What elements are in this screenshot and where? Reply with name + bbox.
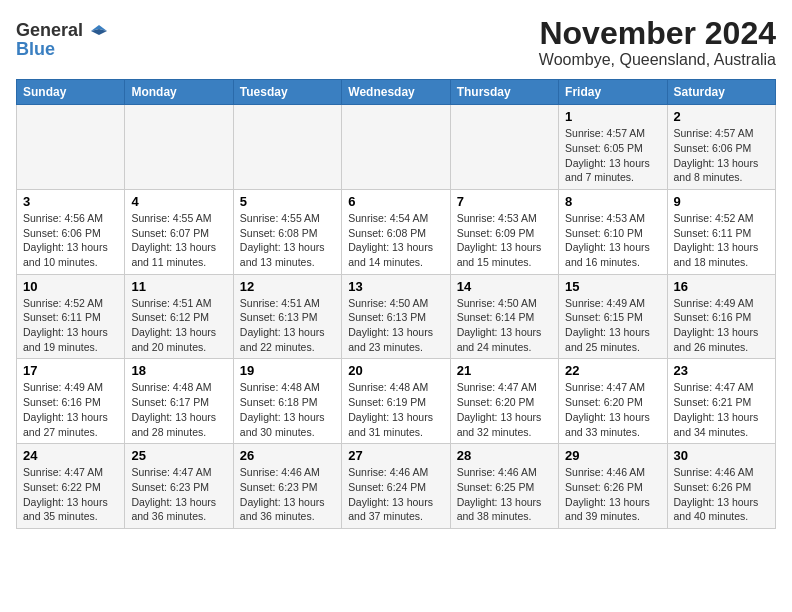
calendar-cell: 27Sunrise: 4:46 AM Sunset: 6:24 PM Dayli…: [342, 444, 450, 529]
calendar-cell: 21Sunrise: 4:47 AM Sunset: 6:20 PM Dayli…: [450, 359, 558, 444]
calendar-cell: 4Sunrise: 4:55 AM Sunset: 6:07 PM Daylig…: [125, 189, 233, 274]
logo: General Blue: [16, 16, 107, 60]
day-info: Sunrise: 4:50 AM Sunset: 6:14 PM Dayligh…: [457, 296, 552, 355]
day-number: 7: [457, 194, 552, 209]
day-info: Sunrise: 4:47 AM Sunset: 6:22 PM Dayligh…: [23, 465, 118, 524]
day-number: 13: [348, 279, 443, 294]
day-info: Sunrise: 4:55 AM Sunset: 6:07 PM Dayligh…: [131, 211, 226, 270]
day-number: 8: [565, 194, 660, 209]
calendar-cell: 17Sunrise: 4:49 AM Sunset: 6:16 PM Dayli…: [17, 359, 125, 444]
day-number: 27: [348, 448, 443, 463]
calendar-cell: 24Sunrise: 4:47 AM Sunset: 6:22 PM Dayli…: [17, 444, 125, 529]
day-number: 11: [131, 279, 226, 294]
day-number: 1: [565, 109, 660, 124]
day-number: 30: [674, 448, 769, 463]
day-number: 29: [565, 448, 660, 463]
calendar-cell: 11Sunrise: 4:51 AM Sunset: 6:12 PM Dayli…: [125, 274, 233, 359]
calendar-cell: 20Sunrise: 4:48 AM Sunset: 6:19 PM Dayli…: [342, 359, 450, 444]
weekday-header: Tuesday: [233, 80, 341, 105]
day-info: Sunrise: 4:48 AM Sunset: 6:18 PM Dayligh…: [240, 380, 335, 439]
day-info: Sunrise: 4:47 AM Sunset: 6:23 PM Dayligh…: [131, 465, 226, 524]
page-title: November 2024: [539, 16, 776, 51]
day-info: Sunrise: 4:53 AM Sunset: 6:10 PM Dayligh…: [565, 211, 660, 270]
day-number: 4: [131, 194, 226, 209]
day-info: Sunrise: 4:50 AM Sunset: 6:13 PM Dayligh…: [348, 296, 443, 355]
day-number: 18: [131, 363, 226, 378]
day-number: 14: [457, 279, 552, 294]
calendar-cell: [342, 105, 450, 190]
day-info: Sunrise: 4:46 AM Sunset: 6:24 PM Dayligh…: [348, 465, 443, 524]
day-number: 28: [457, 448, 552, 463]
logo-general-text: General: [16, 20, 83, 41]
day-info: Sunrise: 4:54 AM Sunset: 6:08 PM Dayligh…: [348, 211, 443, 270]
calendar-cell: 6Sunrise: 4:54 AM Sunset: 6:08 PM Daylig…: [342, 189, 450, 274]
header: General Blue November 2024 Woombye, Quee…: [16, 16, 776, 69]
day-number: 17: [23, 363, 118, 378]
calendar-cell: [17, 105, 125, 190]
weekday-header: Monday: [125, 80, 233, 105]
day-info: Sunrise: 4:47 AM Sunset: 6:20 PM Dayligh…: [565, 380, 660, 439]
calendar-week-row: 3Sunrise: 4:56 AM Sunset: 6:06 PM Daylig…: [17, 189, 776, 274]
calendar-cell: 19Sunrise: 4:48 AM Sunset: 6:18 PM Dayli…: [233, 359, 341, 444]
day-info: Sunrise: 4:46 AM Sunset: 6:23 PM Dayligh…: [240, 465, 335, 524]
day-info: Sunrise: 4:46 AM Sunset: 6:26 PM Dayligh…: [674, 465, 769, 524]
weekday-header: Friday: [559, 80, 667, 105]
day-number: 20: [348, 363, 443, 378]
calendar-cell: 23Sunrise: 4:47 AM Sunset: 6:21 PM Dayli…: [667, 359, 775, 444]
day-number: 15: [565, 279, 660, 294]
day-info: Sunrise: 4:51 AM Sunset: 6:12 PM Dayligh…: [131, 296, 226, 355]
day-number: 5: [240, 194, 335, 209]
logo-blue-text: Blue: [16, 39, 55, 60]
day-number: 2: [674, 109, 769, 124]
calendar-header-row: SundayMondayTuesdayWednesdayThursdayFrid…: [17, 80, 776, 105]
day-number: 16: [674, 279, 769, 294]
page-subtitle: Woombye, Queensland, Australia: [539, 51, 776, 69]
calendar-table: SundayMondayTuesdayWednesdayThursdayFrid…: [16, 79, 776, 529]
calendar-cell: 26Sunrise: 4:46 AM Sunset: 6:23 PM Dayli…: [233, 444, 341, 529]
day-info: Sunrise: 4:47 AM Sunset: 6:21 PM Dayligh…: [674, 380, 769, 439]
day-info: Sunrise: 4:49 AM Sunset: 6:15 PM Dayligh…: [565, 296, 660, 355]
calendar-cell: 30Sunrise: 4:46 AM Sunset: 6:26 PM Dayli…: [667, 444, 775, 529]
calendar-cell: 18Sunrise: 4:48 AM Sunset: 6:17 PM Dayli…: [125, 359, 233, 444]
calendar-cell: 15Sunrise: 4:49 AM Sunset: 6:15 PM Dayli…: [559, 274, 667, 359]
day-info: Sunrise: 4:47 AM Sunset: 6:20 PM Dayligh…: [457, 380, 552, 439]
day-number: 23: [674, 363, 769, 378]
calendar-cell: 10Sunrise: 4:52 AM Sunset: 6:11 PM Dayli…: [17, 274, 125, 359]
calendar-cell: 25Sunrise: 4:47 AM Sunset: 6:23 PM Dayli…: [125, 444, 233, 529]
day-number: 22: [565, 363, 660, 378]
calendar-cell: 29Sunrise: 4:46 AM Sunset: 6:26 PM Dayli…: [559, 444, 667, 529]
calendar-cell: 3Sunrise: 4:56 AM Sunset: 6:06 PM Daylig…: [17, 189, 125, 274]
day-info: Sunrise: 4:51 AM Sunset: 6:13 PM Dayligh…: [240, 296, 335, 355]
calendar-week-row: 24Sunrise: 4:47 AM Sunset: 6:22 PM Dayli…: [17, 444, 776, 529]
calendar-cell: 13Sunrise: 4:50 AM Sunset: 6:13 PM Dayli…: [342, 274, 450, 359]
day-number: 9: [674, 194, 769, 209]
day-number: 26: [240, 448, 335, 463]
day-info: Sunrise: 4:52 AM Sunset: 6:11 PM Dayligh…: [674, 211, 769, 270]
calendar-cell: [233, 105, 341, 190]
day-number: 21: [457, 363, 552, 378]
calendar-cell: 7Sunrise: 4:53 AM Sunset: 6:09 PM Daylig…: [450, 189, 558, 274]
day-info: Sunrise: 4:49 AM Sunset: 6:16 PM Dayligh…: [23, 380, 118, 439]
day-info: Sunrise: 4:49 AM Sunset: 6:16 PM Dayligh…: [674, 296, 769, 355]
logo-bird-icon: [85, 23, 107, 39]
day-info: Sunrise: 4:52 AM Sunset: 6:11 PM Dayligh…: [23, 296, 118, 355]
weekday-header: Wednesday: [342, 80, 450, 105]
calendar-cell: 22Sunrise: 4:47 AM Sunset: 6:20 PM Dayli…: [559, 359, 667, 444]
calendar-cell: 28Sunrise: 4:46 AM Sunset: 6:25 PM Dayli…: [450, 444, 558, 529]
day-info: Sunrise: 4:56 AM Sunset: 6:06 PM Dayligh…: [23, 211, 118, 270]
calendar-cell: [125, 105, 233, 190]
weekday-header: Saturday: [667, 80, 775, 105]
calendar-cell: 16Sunrise: 4:49 AM Sunset: 6:16 PM Dayli…: [667, 274, 775, 359]
day-number: 12: [240, 279, 335, 294]
calendar-cell: 1Sunrise: 4:57 AM Sunset: 6:05 PM Daylig…: [559, 105, 667, 190]
calendar-week-row: 1Sunrise: 4:57 AM Sunset: 6:05 PM Daylig…: [17, 105, 776, 190]
day-info: Sunrise: 4:46 AM Sunset: 6:26 PM Dayligh…: [565, 465, 660, 524]
day-info: Sunrise: 4:57 AM Sunset: 6:05 PM Dayligh…: [565, 126, 660, 185]
day-info: Sunrise: 4:48 AM Sunset: 6:17 PM Dayligh…: [131, 380, 226, 439]
calendar-cell: 14Sunrise: 4:50 AM Sunset: 6:14 PM Dayli…: [450, 274, 558, 359]
day-info: Sunrise: 4:46 AM Sunset: 6:25 PM Dayligh…: [457, 465, 552, 524]
day-info: Sunrise: 4:53 AM Sunset: 6:09 PM Dayligh…: [457, 211, 552, 270]
day-number: 6: [348, 194, 443, 209]
calendar-cell: 2Sunrise: 4:57 AM Sunset: 6:06 PM Daylig…: [667, 105, 775, 190]
calendar-cell: 12Sunrise: 4:51 AM Sunset: 6:13 PM Dayli…: [233, 274, 341, 359]
